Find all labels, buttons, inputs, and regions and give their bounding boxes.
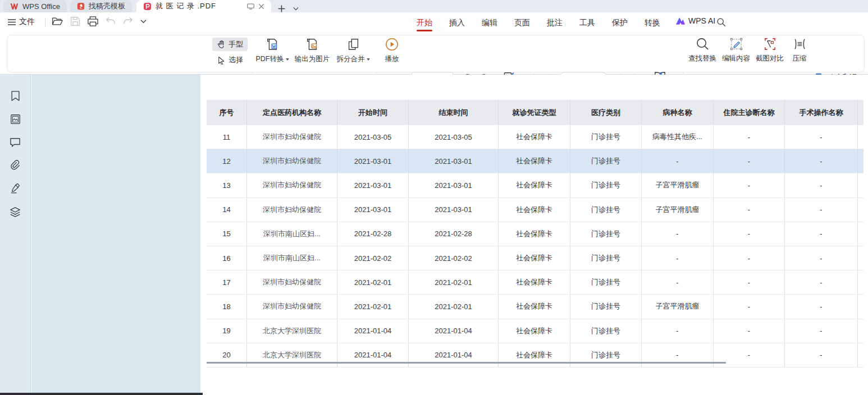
table-cell: 15 [207, 222, 247, 246]
table-row[interactable]: 14深圳市妇幼保健院2021-03-012021-03-01社会保障卡门诊挂号子… [207, 198, 864, 222]
table-cell: 深圳市妇幼保健院 [247, 125, 337, 149]
enter-screen-icon[interactable] [247, 3, 254, 10]
document-canvas[interactable] [31, 75, 200, 393]
compress-button[interactable]: 压缩 [788, 37, 811, 63]
menu-item-page[interactable]: 页面 [513, 12, 531, 33]
menu-search-icon[interactable] [716, 17, 726, 27]
export-image-label: 输出为图片 [295, 54, 330, 64]
table-cell: - [642, 149, 714, 173]
table-row[interactable]: 16深圳市南山区妇...2021-02-022021-02-02社会保障卡门诊挂… [207, 246, 864, 270]
select-tool-button[interactable]: 选择 [212, 53, 248, 67]
split-merge-label: 拆分合并 [337, 54, 365, 64]
column-header: 定点医药机构名称 [247, 100, 337, 125]
signature-panel-icon[interactable] [10, 183, 21, 194]
table-row[interactable]: 11深圳市妇幼保健院2021-03-052021-03-05社会保障卡门诊挂号病… [207, 125, 864, 149]
redo-icon[interactable] [123, 17, 133, 26]
table-cell: 社会保障卡 [499, 222, 570, 246]
table-cell: 门诊挂号 [570, 319, 642, 343]
file-menu-button[interactable]: 文件 [8, 17, 35, 27]
table-row[interactable]: 13深圳市妇幼保健院2021-03-012021-03-01社会保障卡门诊挂号子… [207, 173, 864, 198]
table-bottom-border [207, 362, 726, 364]
table-cell: 深圳市妇幼保健院 [247, 198, 337, 222]
column-header: 医疗类别 [570, 100, 642, 125]
table-body: 11深圳市妇幼保健院2021-03-052021-03-05社会保障卡门诊挂号病… [207, 125, 864, 368]
screenshot-compare-button[interactable]: 截图对比 [754, 37, 785, 63]
print-icon[interactable] [88, 16, 98, 26]
menu-item-edit[interactable]: 编辑 [481, 12, 499, 33]
pdf-file-icon [143, 2, 152, 11]
save-icon[interactable] [70, 16, 80, 26]
menu-item-insert[interactable]: 插入 [448, 12, 466, 33]
table-cell: - [714, 149, 785, 173]
table-cell: 门诊挂号 [570, 198, 642, 222]
quick-access-chevron-icon[interactable] [140, 19, 147, 24]
table-row[interactable]: 17深圳市妇幼保健院2021-02-012021-02-01社会保障卡门诊挂号-… [207, 270, 864, 295]
edit-content-button[interactable]: 编辑内容 [720, 37, 752, 63]
table-cell-sliver [858, 173, 864, 197]
attachment-panel-icon[interactable] [10, 159, 21, 171]
table-row[interactable]: 15深圳市南山区妇...2021-02-282021-02-28社会保障卡门诊挂… [207, 222, 864, 246]
wps-ai-icon [675, 17, 686, 25]
tab-list-chevron-icon[interactable] [293, 7, 299, 11]
table-cell: 2021-01-04 [337, 319, 409, 343]
bookmark-panel-icon[interactable] [10, 90, 21, 102]
toolbar: 手型 选择 PDF转换 输出为图片 拆分合并 播放 105.88% 1:1 [0, 33, 868, 75]
find-replace-button[interactable]: 查找替换 [687, 37, 718, 63]
wps-ai-button[interactable]: WPS AI [675, 16, 715, 25]
table-cell: 门诊挂号 [570, 125, 642, 149]
thumbnail-panel-icon[interactable] [10, 114, 21, 125]
table-cell: 社会保障卡 [499, 173, 570, 197]
play-label: 播放 [385, 54, 399, 64]
tab-document-active[interactable]: 就 医 记 录 .PDF [136, 0, 271, 12]
column-header: 就诊凭证类型 [499, 100, 570, 125]
tab-bar-extra [278, 5, 299, 12]
menu-item-protect[interactable]: 保护 [611, 12, 629, 33]
table-cell-sliver [858, 246, 864, 270]
column-header: 病种名称 [642, 100, 714, 125]
table-cell: 13 [207, 173, 247, 197]
table-cell: 11 [207, 125, 247, 149]
table-cell: - [785, 173, 858, 197]
table-cell-sliver [858, 198, 864, 222]
table-cell: 深圳市妇幼保健院 [247, 270, 337, 294]
layers-panel-icon[interactable] [10, 206, 21, 218]
table-cell: - [785, 198, 858, 222]
table-cell: - [714, 125, 785, 149]
hand-tool-button[interactable]: 手型 [212, 38, 248, 51]
table-cell-sliver [858, 319, 864, 343]
play-button[interactable]: 播放 [380, 37, 404, 64]
tab-wps-office[interactable]: WPS Office [3, 0, 67, 12]
new-tab-icon[interactable] [278, 5, 285, 12]
export-image-button[interactable]: 输出为图片 [293, 37, 331, 64]
table-row[interactable]: 18深圳市妇幼保健院2021-02-012021-02-01社会保障卡门诊挂号子… [207, 295, 864, 319]
undo-icon[interactable] [106, 17, 116, 26]
tab-docer-template[interactable]: 找稿壳模板 [70, 0, 132, 12]
table-cell: 社会保障卡 [499, 319, 570, 343]
table-row[interactable]: 12深圳市妇幼保健院2021-03-012021-03-01社会保障卡门诊挂号-… [207, 149, 864, 173]
table-cell: 2021-03-05 [409, 125, 499, 149]
column-header: 序号 [207, 100, 247, 125]
comment-panel-icon[interactable] [10, 137, 21, 147]
pdf-convert-button[interactable]: PDF转换 [254, 37, 291, 64]
table-cell: 2021-01-04 [409, 319, 499, 343]
wps-ai-label: WPS AI [688, 16, 715, 25]
column-header: 住院主诊断名称 [714, 100, 785, 125]
screenshot-compare-icon [763, 37, 777, 51]
table-cell: 门诊挂号 [570, 173, 642, 197]
table-row[interactable]: 20北京大学深圳医院2021-01-042021-01-04社会保障卡门诊挂号-… [207, 343, 864, 368]
table-cell-sliver [858, 125, 864, 149]
menu-item-convert[interactable]: 转换 [643, 12, 661, 33]
table-cell: 子宫平滑肌瘤 [642, 173, 714, 197]
menu-item-home[interactable]: 开始 [415, 12, 433, 33]
medical-records-table: 序号定点医药机构名称开始时间结束时间就诊凭证类型医疗类别病种名称住院主诊断名称手… [207, 100, 864, 368]
close-tab-icon[interactable] [258, 3, 264, 10]
table-cell: 17 [207, 270, 247, 294]
tab-label: WPS Office [22, 2, 60, 11]
menu-item-tools[interactable]: 工具 [578, 12, 596, 33]
table-row[interactable]: 19北京大学深圳医院2021-01-042021-01-04社会保障卡门诊挂号-… [207, 319, 864, 343]
open-file-icon[interactable] [52, 16, 63, 26]
table-cell: - [785, 343, 858, 367]
file-menu-label: 文件 [19, 17, 35, 27]
split-merge-button[interactable]: 拆分合并 [334, 37, 373, 64]
menu-item-annotate[interactable]: 批注 [546, 12, 564, 33]
